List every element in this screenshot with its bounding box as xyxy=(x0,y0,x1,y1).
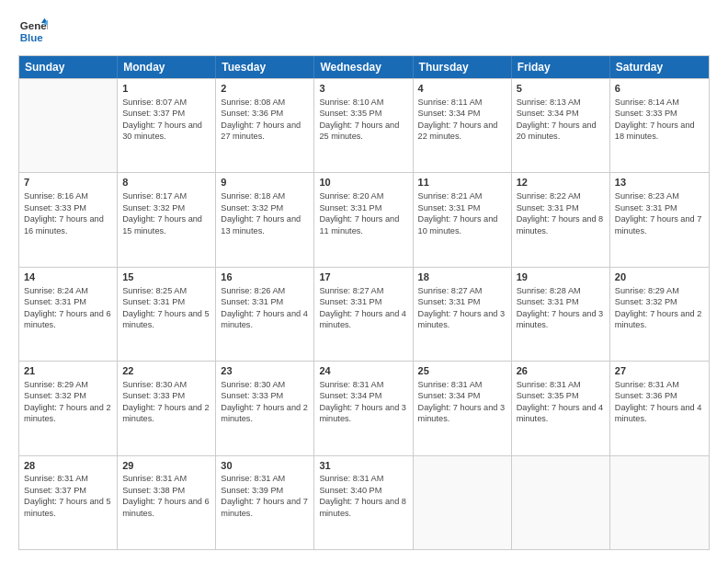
day-number: 17 xyxy=(319,270,407,284)
cell-info: Sunrise: 8:22 AM Sunset: 3:31 PM Dayligh… xyxy=(517,190,605,236)
calendar-cell: 22Sunrise: 8:30 AM Sunset: 3:33 PM Dayli… xyxy=(118,362,216,454)
day-number: 5 xyxy=(517,82,605,96)
cell-info: Sunrise: 8:31 AM Sunset: 3:40 PM Dayligh… xyxy=(319,473,407,519)
calendar-cell: 4Sunrise: 8:11 AM Sunset: 3:34 PM Daylig… xyxy=(414,79,512,172)
header-day-thursday: Thursday xyxy=(414,56,512,78)
cell-info: Sunrise: 8:11 AM Sunset: 3:34 PM Dayligh… xyxy=(418,97,506,143)
calendar-cell: 9Sunrise: 8:18 AM Sunset: 3:32 PM Daylig… xyxy=(216,173,314,266)
day-number: 3 xyxy=(319,82,407,96)
calendar: SundayMondayTuesdayWednesdayThursdayFrid… xyxy=(18,55,710,550)
day-number: 18 xyxy=(418,270,506,284)
calendar-cell xyxy=(610,456,709,549)
calendar-cell: 6Sunrise: 8:14 AM Sunset: 3:33 PM Daylig… xyxy=(610,79,709,172)
cell-info: Sunrise: 8:31 AM Sunset: 3:34 PM Dayligh… xyxy=(319,379,407,425)
cell-info: Sunrise: 8:31 AM Sunset: 3:36 PM Dayligh… xyxy=(615,379,704,425)
day-number: 31 xyxy=(319,459,407,473)
calendar-cell: 14Sunrise: 8:24 AM Sunset: 3:31 PM Dayli… xyxy=(19,268,118,361)
cell-info: Sunrise: 8:07 AM Sunset: 3:37 PM Dayligh… xyxy=(122,97,210,143)
page: General Blue SundayMondayTuesdayWednesda… xyxy=(0,0,728,563)
day-number: 16 xyxy=(221,270,309,284)
day-number: 21 xyxy=(24,364,112,378)
cell-info: Sunrise: 8:24 AM Sunset: 3:31 PM Dayligh… xyxy=(24,285,112,331)
day-number: 9 xyxy=(221,176,309,190)
calendar-row-2: 7Sunrise: 8:16 AM Sunset: 3:33 PM Daylig… xyxy=(19,172,709,266)
day-number: 29 xyxy=(122,459,210,473)
cell-info: Sunrise: 8:31 AM Sunset: 3:38 PM Dayligh… xyxy=(122,473,210,519)
cell-info: Sunrise: 8:14 AM Sunset: 3:33 PM Dayligh… xyxy=(615,97,704,143)
calendar-cell: 19Sunrise: 8:28 AM Sunset: 3:31 PM Dayli… xyxy=(512,268,610,361)
calendar-cell: 17Sunrise: 8:27 AM Sunset: 3:31 PM Dayli… xyxy=(314,268,413,361)
day-number: 13 xyxy=(615,176,704,190)
calendar-header: SundayMondayTuesdayWednesdayThursdayFrid… xyxy=(19,56,709,78)
calendar-cell: 23Sunrise: 8:30 AM Sunset: 3:33 PM Dayli… xyxy=(216,362,314,454)
calendar-cell xyxy=(19,79,118,172)
header-day-monday: Monday xyxy=(118,56,216,78)
day-number: 15 xyxy=(122,270,210,284)
calendar-cell: 12Sunrise: 8:22 AM Sunset: 3:31 PM Dayli… xyxy=(512,173,610,266)
day-number: 4 xyxy=(418,82,506,96)
logo-icon: General Blue xyxy=(18,17,48,46)
calendar-cell: 28Sunrise: 8:31 AM Sunset: 3:37 PM Dayli… xyxy=(19,456,118,549)
cell-info: Sunrise: 8:26 AM Sunset: 3:31 PM Dayligh… xyxy=(221,285,309,331)
day-number: 1 xyxy=(122,82,210,96)
calendar-cell: 27Sunrise: 8:31 AM Sunset: 3:36 PM Dayli… xyxy=(610,362,709,454)
calendar-cell: 16Sunrise: 8:26 AM Sunset: 3:31 PM Dayli… xyxy=(216,268,314,361)
day-number: 28 xyxy=(24,459,112,473)
header-day-sunday: Sunday xyxy=(19,56,118,78)
day-number: 27 xyxy=(615,364,704,378)
day-number: 6 xyxy=(615,82,704,96)
cell-info: Sunrise: 8:28 AM Sunset: 3:31 PM Dayligh… xyxy=(517,285,605,331)
cell-info: Sunrise: 8:31 AM Sunset: 3:39 PM Dayligh… xyxy=(221,473,309,519)
day-number: 11 xyxy=(418,176,506,190)
day-number: 23 xyxy=(221,364,309,378)
calendar-cell: 20Sunrise: 8:29 AM Sunset: 3:32 PM Dayli… xyxy=(610,268,709,361)
day-number: 20 xyxy=(615,270,704,284)
cell-info: Sunrise: 8:30 AM Sunset: 3:33 PM Dayligh… xyxy=(221,379,309,425)
cell-info: Sunrise: 8:17 AM Sunset: 3:32 PM Dayligh… xyxy=(122,190,210,236)
day-number: 8 xyxy=(122,176,210,190)
calendar-row-1: 1Sunrise: 8:07 AM Sunset: 3:37 PM Daylig… xyxy=(19,78,709,172)
day-number: 30 xyxy=(221,459,309,473)
cell-info: Sunrise: 8:31 AM Sunset: 3:35 PM Dayligh… xyxy=(517,379,605,425)
cell-info: Sunrise: 8:18 AM Sunset: 3:32 PM Dayligh… xyxy=(221,190,309,236)
calendar-row-5: 28Sunrise: 8:31 AM Sunset: 3:37 PM Dayli… xyxy=(19,455,709,549)
day-number: 25 xyxy=(418,364,506,378)
cell-info: Sunrise: 8:20 AM Sunset: 3:31 PM Dayligh… xyxy=(319,190,407,236)
calendar-cell xyxy=(414,456,512,549)
header-day-saturday: Saturday xyxy=(610,56,709,78)
calendar-cell: 31Sunrise: 8:31 AM Sunset: 3:40 PM Dayli… xyxy=(314,456,413,549)
day-number: 7 xyxy=(24,176,112,190)
cell-info: Sunrise: 8:30 AM Sunset: 3:33 PM Dayligh… xyxy=(122,379,210,425)
cell-info: Sunrise: 8:31 AM Sunset: 3:37 PM Dayligh… xyxy=(24,473,112,519)
cell-info: Sunrise: 8:21 AM Sunset: 3:31 PM Dayligh… xyxy=(418,190,506,236)
calendar-cell: 2Sunrise: 8:08 AM Sunset: 3:36 PM Daylig… xyxy=(216,79,314,172)
cell-info: Sunrise: 8:10 AM Sunset: 3:35 PM Dayligh… xyxy=(319,97,407,143)
calendar-cell: 29Sunrise: 8:31 AM Sunset: 3:38 PM Dayli… xyxy=(118,456,216,549)
calendar-cell: 10Sunrise: 8:20 AM Sunset: 3:31 PM Dayli… xyxy=(314,173,413,266)
day-number: 24 xyxy=(319,364,407,378)
cell-info: Sunrise: 8:23 AM Sunset: 3:31 PM Dayligh… xyxy=(615,190,704,236)
calendar-cell: 30Sunrise: 8:31 AM Sunset: 3:39 PM Dayli… xyxy=(216,456,314,549)
cell-info: Sunrise: 8:29 AM Sunset: 3:32 PM Dayligh… xyxy=(615,285,704,331)
calendar-cell: 8Sunrise: 8:17 AM Sunset: 3:32 PM Daylig… xyxy=(118,173,216,266)
calendar-row-4: 21Sunrise: 8:29 AM Sunset: 3:32 PM Dayli… xyxy=(19,361,709,454)
calendar-row-3: 14Sunrise: 8:24 AM Sunset: 3:31 PM Dayli… xyxy=(19,267,709,361)
cell-info: Sunrise: 8:16 AM Sunset: 3:33 PM Dayligh… xyxy=(24,190,112,236)
calendar-cell: 1Sunrise: 8:07 AM Sunset: 3:37 PM Daylig… xyxy=(118,79,216,172)
day-number: 10 xyxy=(319,176,407,190)
day-number: 22 xyxy=(122,364,210,378)
calendar-cell: 21Sunrise: 8:29 AM Sunset: 3:32 PM Dayli… xyxy=(19,362,118,454)
cell-info: Sunrise: 8:31 AM Sunset: 3:34 PM Dayligh… xyxy=(418,379,506,425)
calendar-cell: 26Sunrise: 8:31 AM Sunset: 3:35 PM Dayli… xyxy=(512,362,610,454)
day-number: 2 xyxy=(221,82,309,96)
calendar-body: 1Sunrise: 8:07 AM Sunset: 3:37 PM Daylig… xyxy=(19,78,709,549)
header: General Blue xyxy=(18,17,710,46)
calendar-cell: 24Sunrise: 8:31 AM Sunset: 3:34 PM Dayli… xyxy=(314,362,413,454)
header-day-wednesday: Wednesday xyxy=(314,56,413,78)
calendar-cell: 3Sunrise: 8:10 AM Sunset: 3:35 PM Daylig… xyxy=(314,79,413,172)
cell-info: Sunrise: 8:29 AM Sunset: 3:32 PM Dayligh… xyxy=(24,379,112,425)
cell-info: Sunrise: 8:27 AM Sunset: 3:31 PM Dayligh… xyxy=(319,285,407,331)
calendar-cell: 7Sunrise: 8:16 AM Sunset: 3:33 PM Daylig… xyxy=(19,173,118,266)
calendar-cell: 13Sunrise: 8:23 AM Sunset: 3:31 PM Dayli… xyxy=(610,173,709,266)
svg-text:Blue: Blue xyxy=(20,32,44,43)
